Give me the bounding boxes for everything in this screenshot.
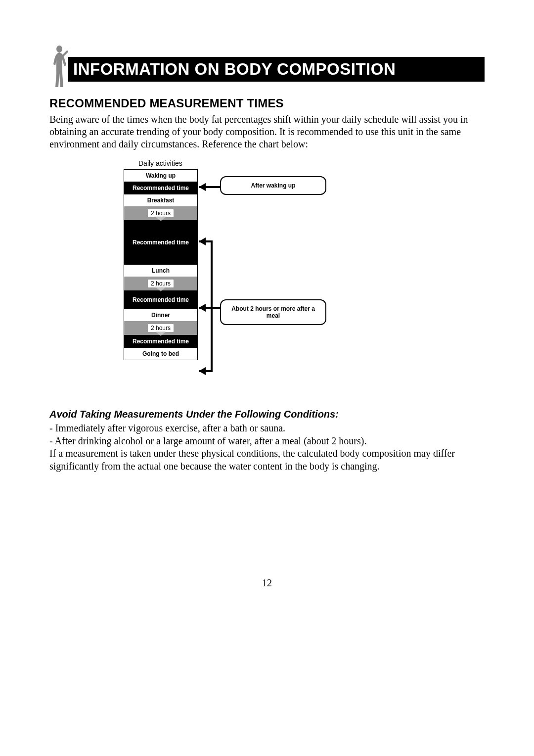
callout-after-waking: After waking up (220, 176, 326, 195)
measurement-times-diagram: Daily activities Waking up Recommended t… (124, 159, 400, 397)
arrow-left-icon (199, 304, 206, 312)
row-lunch: Lunch (124, 265, 197, 277)
daily-activities-label: Daily activities (138, 159, 182, 167)
arrow-left-icon (199, 183, 206, 191)
row-going-to-bed: Going to bed (124, 348, 197, 360)
arrow-left-icon (199, 367, 206, 375)
arrow-left-icon (199, 237, 206, 245)
intro-paragraph: Being aware of the times when the body f… (49, 113, 485, 150)
banner-title: INFORMATION ON BODY COMPOSITION (73, 57, 396, 82)
row-breakfast: Breakfast (124, 194, 197, 206)
row-recommended-1: Recommended time (124, 182, 197, 194)
page-number: 12 (0, 577, 534, 589)
avoid-paragraph: If a measurement is taken under these ph… (49, 447, 485, 472)
avoid-heading: Avoid Taking Measurements Under the Foll… (49, 409, 485, 420)
svg-point-0 (56, 46, 62, 52)
avoid-line-2: - After drinking alcohol or a large amou… (49, 435, 485, 448)
row-2hours-3: 2 hours (124, 321, 197, 335)
row-recommended-4: Recommended time (124, 335, 197, 348)
activity-column: Waking up Recommended time Breakfast 2 h… (124, 169, 198, 360)
avoid-line-1: - Immediately after vigorous exercise, a… (49, 422, 485, 435)
row-2hours-1: 2 hours (124, 206, 197, 220)
row-dinner: Dinner (124, 309, 197, 321)
person-figure-icon (49, 45, 69, 89)
callout-after-meal: About 2 hours or more after a meal (220, 299, 326, 325)
chevron-down-icon (155, 216, 167, 221)
row-2hours-2: 2 hours (124, 277, 197, 290)
row-recommended-2: Recommended time (124, 220, 197, 265)
chevron-down-icon (155, 331, 167, 336)
row-recommended-3: Recommended time (124, 290, 197, 309)
chevron-down-icon (155, 286, 167, 291)
section-heading: RECOMMENDED MEASUREMENT TIMES (49, 96, 485, 110)
row-waking-up: Waking up (124, 170, 197, 182)
title-banner: INFORMATION ON BODY COMPOSITION (49, 49, 485, 87)
